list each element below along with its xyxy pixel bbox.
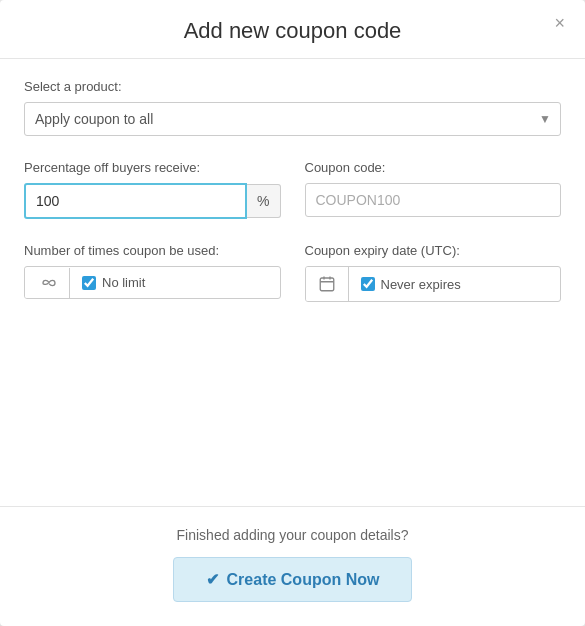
calendar-icon (306, 267, 349, 301)
no-limit-text: No limit (102, 275, 145, 290)
coupon-code-input[interactable] (305, 183, 562, 217)
never-expires-label[interactable]: Never expires (349, 269, 561, 300)
close-button[interactable]: × (548, 12, 571, 34)
expiry-section: Coupon expiry date (UTC): Never expires (305, 243, 562, 302)
product-label: Select a product: (24, 79, 561, 94)
create-coupon-button[interactable]: ✔ Create Coupon Now (173, 557, 413, 602)
modal-footer: Finished adding your coupon details? ✔ C… (0, 506, 585, 626)
product-select-wrapper: Apply coupon to all ▼ (24, 102, 561, 136)
expiry-label: Coupon expiry date (UTC): (305, 243, 562, 258)
no-limit-label[interactable]: No limit (70, 267, 280, 298)
percentage-label: Percentage off buyers receive: (24, 160, 281, 175)
modal-body: Select a product: Apply coupon to all ▼ … (0, 59, 585, 506)
add-coupon-modal: Add new coupon code × Select a product: … (0, 0, 585, 626)
no-limit-checkbox[interactable] (82, 276, 96, 290)
top-fields-row: Percentage off buyers receive: % Coupon … (24, 160, 561, 219)
svg-rect-0 (320, 278, 334, 291)
percentage-input[interactable] (24, 183, 247, 219)
never-expires-text: Never expires (381, 277, 461, 292)
coupon-code-label: Coupon code: (305, 160, 562, 175)
footer-prompt: Finished adding your coupon details? (24, 527, 561, 543)
modal-header: Add new coupon code × (0, 0, 585, 59)
create-coupon-label: Create Coupon Now (227, 571, 380, 589)
coupon-code-section: Coupon code: (305, 160, 562, 219)
modal-title: Add new coupon code (184, 18, 402, 43)
product-section: Select a product: Apply coupon to all ▼ (24, 79, 561, 136)
product-select[interactable]: Apply coupon to all (24, 102, 561, 136)
percentage-input-group: % (24, 183, 281, 219)
never-expires-checkbox[interactable] (361, 277, 375, 291)
bottom-fields-row: Number of times coupon be used: No limit (24, 243, 561, 302)
expiry-group: Never expires (305, 266, 562, 302)
percentage-unit: % (247, 184, 280, 218)
percentage-section: Percentage off buyers receive: % (24, 160, 281, 219)
checkmark-icon: ✔ (206, 570, 219, 589)
usage-group: No limit (24, 266, 281, 299)
usage-section: Number of times coupon be used: No limit (24, 243, 281, 302)
infinity-icon (25, 268, 70, 298)
usage-label: Number of times coupon be used: (24, 243, 281, 258)
